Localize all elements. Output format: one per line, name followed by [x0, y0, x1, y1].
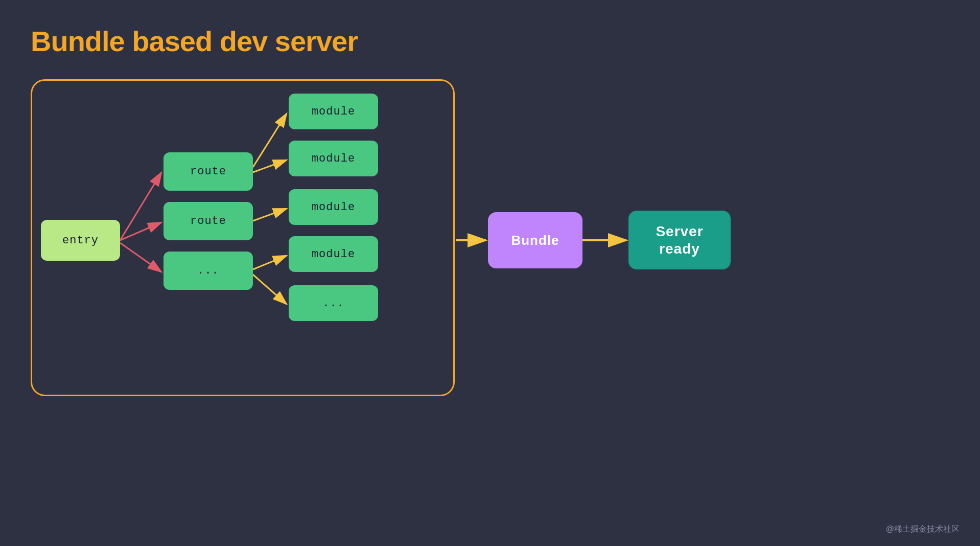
dots-right-node: ... — [289, 285, 378, 321]
module1-node: module — [289, 94, 378, 129]
route1-node: route — [164, 152, 253, 191]
watermark: @稀土掘金技术社区 — [886, 524, 960, 535]
bundle-node: Bundle — [488, 212, 582, 268]
module4-node: module — [289, 236, 378, 272]
slide-title: Bundle based dev server — [31, 25, 358, 58]
module3-node: module — [289, 189, 378, 225]
module2-node: module — [289, 141, 378, 176]
entry-node: entry — [41, 220, 120, 261]
dots-left-node: ... — [164, 252, 253, 290]
route2-node: route — [164, 202, 253, 240]
server-ready-label: Server ready — [656, 223, 703, 257]
server-ready-node: Server ready — [628, 211, 731, 269]
